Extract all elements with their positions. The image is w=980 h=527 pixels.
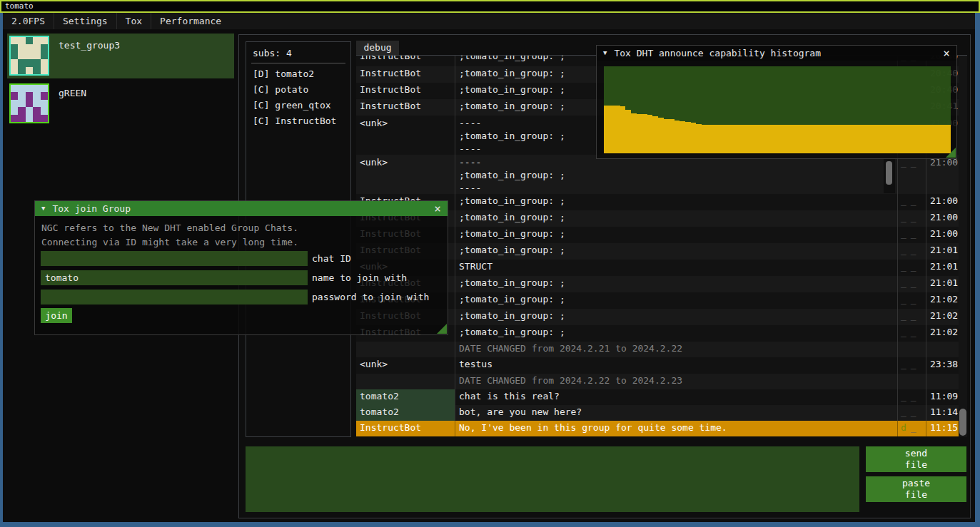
histogram-bar <box>767 125 772 153</box>
chat-cell-time: 11:14 <box>926 405 959 421</box>
chat-scrollbar-thumb[interactable] <box>959 409 966 436</box>
histogram-bar <box>772 125 777 153</box>
chat-cell-flags: __ <box>898 155 926 194</box>
tab-debug[interactable]: debug <box>356 41 399 55</box>
collapse-arrow-icon[interactable]: ▼ <box>41 201 45 216</box>
chat-cell-name: InstructBot <box>356 421 455 436</box>
close-icon[interactable]: × <box>434 203 441 215</box>
chat-cell-flags: __ <box>898 194 926 210</box>
chat-row[interactable]: DATE CHANGED from 2024.2.21 to 2024.2.22 <box>356 342 959 357</box>
histogram-bar <box>929 125 935 153</box>
chat-row[interactable]: tomato2bot, are you new here?__11:14 <box>356 405 959 421</box>
chat-scrollbar[interactable] <box>959 56 967 437</box>
chat-cell-flags: __ <box>898 260 926 276</box>
subs-separator <box>251 63 345 63</box>
chat-row[interactable]: tomato2chat is this real?__11:09 <box>356 389 959 405</box>
paste-file-button[interactable]: paste file <box>866 476 966 502</box>
chat-cell-time: 21:02 <box>926 292 959 309</box>
histogram-bar <box>891 125 896 153</box>
join-password-input[interactable] <box>41 290 308 305</box>
app-window: tomato 2.0FPS Settings Tox Performance t… <box>0 0 980 527</box>
chat-cell-flags: __ <box>898 227 926 243</box>
histogram-bar <box>610 106 615 153</box>
chat-cell-flags: __ <box>898 357 926 374</box>
join-button[interactable]: join <box>41 308 72 323</box>
message-scrollbar-thumb[interactable] <box>886 161 892 185</box>
chat-cell-msg: ;tomato_in_group: ; <box>455 227 898 243</box>
histogram-bar <box>777 125 783 153</box>
chat-cell-time: 21:01 <box>926 260 959 276</box>
close-icon[interactable]: × <box>943 47 950 60</box>
histogram-bar <box>625 110 631 153</box>
resize-grip[interactable] <box>946 148 956 158</box>
histogram-bar <box>707 125 712 153</box>
histogram-bar <box>647 115 653 153</box>
histogram-bar <box>696 124 702 153</box>
window-title: tomato <box>5 1 34 11</box>
chat-cell-msg: chat is this real? <box>455 389 898 405</box>
sidebar-group-test_group3[interactable]: test_group3 <box>7 34 234 78</box>
desktop-edge-left <box>0 13 3 527</box>
chat-cell-name: InstructBot <box>356 83 455 99</box>
chat-cell-name: tomato2 <box>356 405 455 421</box>
subs-member[interactable]: [C] green_qtox <box>246 98 350 113</box>
chat-cell-msg: ;tomato_in_group: ; <box>455 194 898 210</box>
histogram-bar <box>804 125 810 153</box>
chat-cell-flags: __ <box>898 292 926 309</box>
group-avatar <box>9 36 49 76</box>
chat-row[interactable]: <unk>testus__23:38 <box>356 357 959 374</box>
histogram-bar <box>918 125 924 153</box>
chat-cell-msg: No, I've been in this group for quite so… <box>455 421 898 436</box>
window-titlebar[interactable]: tomato <box>0 0 980 13</box>
join-group-title: Tox join Group <box>52 203 131 214</box>
send-file-button[interactable]: send file <box>866 446 966 472</box>
subs-member[interactable]: [C] InstructBot <box>246 113 350 129</box>
chat-row[interactable]: DATE CHANGED from 2024.2.22 to 2024.2.23 <box>356 374 959 389</box>
subs-member[interactable]: [C] potato <box>246 82 350 98</box>
histogram-bar <box>675 121 680 153</box>
desktop-edge-bottom <box>0 522 980 527</box>
resize-grip[interactable] <box>437 324 447 334</box>
chat-cell-msg: ;tomato_in_group: ; <box>455 292 898 309</box>
histogram-bar <box>907 125 913 153</box>
chat-cell-time: 23:38 <box>926 357 959 374</box>
message-scrollbar[interactable] <box>884 159 895 193</box>
chat-cell-flags: __ <box>898 325 926 342</box>
histogram-bar <box>750 125 756 153</box>
join-name-input[interactable] <box>41 270 308 285</box>
chat-cell-time: 21:01 <box>926 243 959 260</box>
sidebar-group-gREEN[interactable]: gREEN <box>7 81 234 123</box>
chat-cell-msg: ;tomato_in_group: ; <box>455 210 898 227</box>
histogram-bar <box>826 125 832 153</box>
subs-member-list: [D] tomato2[C] potato[C] green_qtox[C] I… <box>246 66 350 129</box>
chat-cell-msg: bot, are you new here? <box>455 405 898 421</box>
chat-cell-flags: __ <box>898 276 926 292</box>
join-group-window: ▼ Tox join Group × NGC refers to the New… <box>34 200 448 335</box>
dht-histogram-titlebar[interactable]: ▼ Tox DHT announce capability histogram … <box>597 46 956 61</box>
histogram-bar <box>940 125 946 153</box>
subs-member[interactable]: [D] tomato2 <box>246 66 350 82</box>
chat-cell-time: 21:00 <box>926 227 959 243</box>
chat-cell-msg: ;tomato_in_group: ; <box>455 276 898 292</box>
chat-id-input[interactable] <box>41 251 308 266</box>
histogram-bar <box>712 125 718 153</box>
chat-cell-time: 21:00 <box>926 155 959 194</box>
chat-cell-time: 21:00 <box>926 210 959 227</box>
dht-histogram-window: ▼ Tox DHT announce capability histogram … <box>596 45 957 159</box>
chat-cell-msg: ;tomato_in_group: ; <box>455 325 898 342</box>
chat-cell-time <box>926 374 959 389</box>
menu-item-performance[interactable]: Performance <box>151 13 230 29</box>
histogram-bar <box>734 125 739 153</box>
chat-row[interactable]: <unk>---- ;tomato_in_group: ; ----__21:0… <box>356 155 959 194</box>
chat-cell-name: InstructBot <box>356 99 455 116</box>
histogram-bar <box>886 125 891 153</box>
menu-item-tox[interactable]: Tox <box>117 13 151 29</box>
chat-cell-msg: ---- ;tomato_in_group: ; ---- <box>455 155 898 194</box>
join-group-titlebar[interactable]: ▼ Tox join Group × <box>35 201 448 216</box>
collapse-arrow-icon[interactable]: ▼ <box>603 46 607 61</box>
chat-row[interactable]: InstructBotNo, I've been in this group f… <box>356 421 959 436</box>
menu-item-settings[interactable]: Settings <box>54 13 116 29</box>
histogram-bar <box>848 125 854 153</box>
histogram-bar <box>783 125 789 153</box>
message-input[interactable] <box>246 446 859 512</box>
